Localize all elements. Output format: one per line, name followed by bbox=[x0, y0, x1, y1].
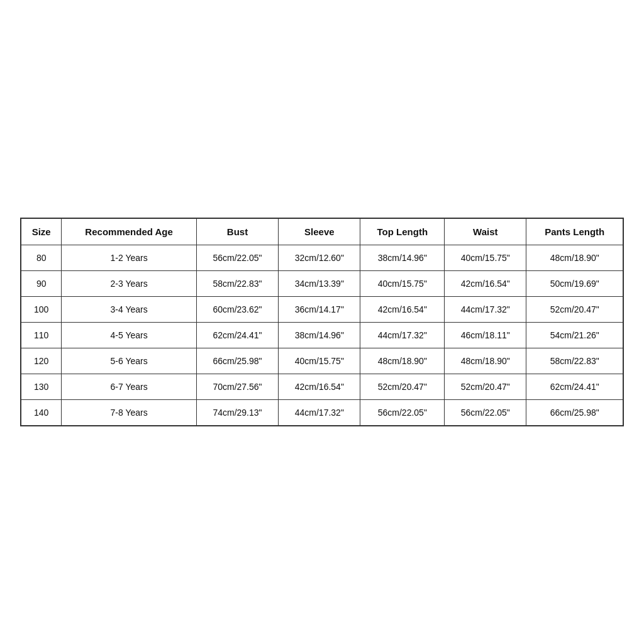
cell-age: 5-6 Years bbox=[62, 348, 196, 374]
cell-age: 7-8 Years bbox=[62, 400, 196, 426]
cell-waist: 46cm/18.11" bbox=[445, 323, 526, 348]
header-sleeve: Sleeve bbox=[279, 219, 360, 245]
cell-size: 120 bbox=[21, 348, 62, 374]
cell-top-length: 38cm/14.96" bbox=[360, 245, 445, 271]
cell-bust: 62cm/24.41" bbox=[196, 323, 278, 348]
table-row: 801-2 Years56cm/22.05"32cm/12.60"38cm/14… bbox=[21, 245, 623, 271]
cell-bust: 66cm/25.98" bbox=[196, 348, 278, 374]
cell-top-length: 56cm/22.05" bbox=[360, 400, 445, 426]
cell-pants-length: 66cm/25.98" bbox=[526, 400, 623, 426]
cell-bust: 74cm/29.13" bbox=[196, 400, 278, 426]
cell-sleeve: 44cm/17.32" bbox=[279, 400, 360, 426]
cell-pants-length: 58cm/22.83" bbox=[526, 348, 623, 374]
size-chart-container: Size Recommended Age Bust Sleeve Top Len… bbox=[20, 218, 624, 426]
cell-size: 130 bbox=[21, 374, 62, 400]
cell-waist: 42cm/16.54" bbox=[445, 271, 526, 297]
cell-sleeve: 42cm/16.54" bbox=[279, 374, 360, 400]
cell-waist: 48cm/18.90" bbox=[445, 348, 526, 374]
table-row: 1104-5 Years62cm/24.41"38cm/14.96"44cm/1… bbox=[21, 323, 623, 348]
cell-bust: 70cm/27.56" bbox=[196, 374, 278, 400]
table-row: 1407-8 Years74cm/29.13"44cm/17.32"56cm/2… bbox=[21, 400, 623, 426]
cell-age: 4-5 Years bbox=[62, 323, 196, 348]
header-size: Size bbox=[21, 219, 62, 245]
cell-age: 6-7 Years bbox=[62, 374, 196, 400]
cell-size: 100 bbox=[21, 297, 62, 323]
cell-size: 90 bbox=[21, 271, 62, 297]
cell-pants-length: 48cm/18.90" bbox=[526, 245, 623, 271]
cell-sleeve: 36cm/14.17" bbox=[279, 297, 360, 323]
cell-waist: 52cm/20.47" bbox=[445, 374, 526, 400]
cell-age: 2-3 Years bbox=[62, 271, 196, 297]
cell-sleeve: 34cm/13.39" bbox=[279, 271, 360, 297]
header-waist: Waist bbox=[445, 219, 526, 245]
cell-pants-length: 52cm/20.47" bbox=[526, 297, 623, 323]
header-recommended-age: Recommended Age bbox=[62, 219, 196, 245]
cell-sleeve: 38cm/14.96" bbox=[279, 323, 360, 348]
cell-size: 80 bbox=[21, 245, 62, 271]
size-chart-table: Size Recommended Age Bust Sleeve Top Len… bbox=[21, 218, 623, 426]
cell-bust: 58cm/22.83" bbox=[196, 271, 278, 297]
cell-age: 3-4 Years bbox=[62, 297, 196, 323]
table-row: 1205-6 Years66cm/25.98"40cm/15.75"48cm/1… bbox=[21, 348, 623, 374]
cell-size: 110 bbox=[21, 323, 62, 348]
cell-bust: 60cm/23.62" bbox=[196, 297, 278, 323]
cell-size: 140 bbox=[21, 400, 62, 426]
cell-pants-length: 50cm/19.69" bbox=[526, 271, 623, 297]
cell-top-length: 42cm/16.54" bbox=[360, 297, 445, 323]
cell-waist: 44cm/17.32" bbox=[445, 297, 526, 323]
table-row: 1003-4 Years60cm/23.62"36cm/14.17"42cm/1… bbox=[21, 297, 623, 323]
cell-top-length: 52cm/20.47" bbox=[360, 374, 445, 400]
cell-top-length: 44cm/17.32" bbox=[360, 323, 445, 348]
cell-pants-length: 54cm/21.26" bbox=[526, 323, 623, 348]
header-pants-length: Pants Length bbox=[526, 219, 623, 245]
cell-waist: 56cm/22.05" bbox=[445, 400, 526, 426]
cell-pants-length: 62cm/24.41" bbox=[526, 374, 623, 400]
header-bust: Bust bbox=[196, 219, 278, 245]
cell-waist: 40cm/15.75" bbox=[445, 245, 526, 271]
cell-sleeve: 40cm/15.75" bbox=[279, 348, 360, 374]
cell-age: 1-2 Years bbox=[62, 245, 196, 271]
table-row: 1306-7 Years70cm/27.56"42cm/16.54"52cm/2… bbox=[21, 374, 623, 400]
table-row: 902-3 Years58cm/22.83"34cm/13.39"40cm/15… bbox=[21, 271, 623, 297]
cell-top-length: 40cm/15.75" bbox=[360, 271, 445, 297]
cell-bust: 56cm/22.05" bbox=[196, 245, 278, 271]
header-top-length: Top Length bbox=[360, 219, 445, 245]
cell-sleeve: 32cm/12.60" bbox=[279, 245, 360, 271]
table-header-row: Size Recommended Age Bust Sleeve Top Len… bbox=[21, 219, 623, 245]
cell-top-length: 48cm/18.90" bbox=[360, 348, 445, 374]
